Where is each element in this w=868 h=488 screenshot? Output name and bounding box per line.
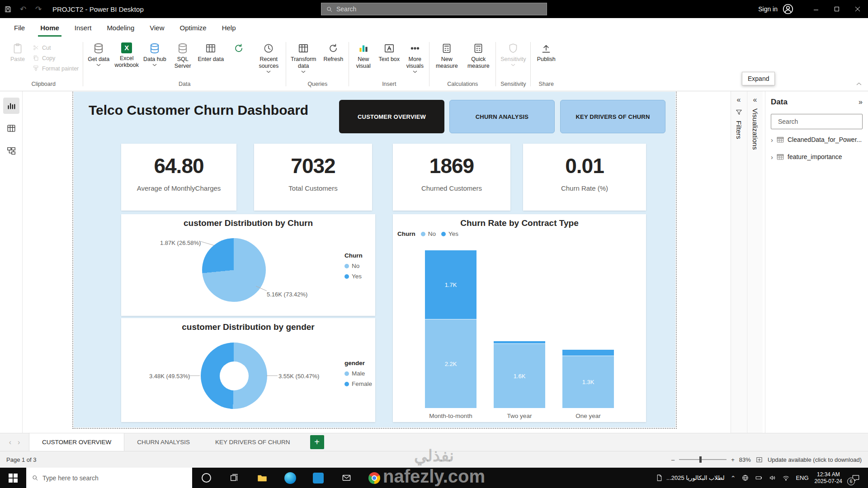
more-visuals-icon xyxy=(409,42,421,54)
battery-icon[interactable] xyxy=(755,474,763,482)
zoom-out-button[interactable]: – xyxy=(671,456,675,463)
kpi-card-monthly-charges[interactable]: 64.80 Average of MonthlyCharges xyxy=(121,144,236,211)
gender-donut-chart[interactable] xyxy=(201,343,267,409)
quick-measure-button[interactable]: Quick measure xyxy=(462,41,494,71)
recent-sources-button[interactable]: Recent sources xyxy=(253,41,284,75)
page-tab-churn-analysis[interactable]: CHURN ANALYSIS xyxy=(124,433,203,451)
bar-column-two-year[interactable]: 1.6K xyxy=(494,341,545,408)
kpi-card-churn-rate[interactable]: 0.01 Churn Rate (%) xyxy=(523,144,646,211)
taskbar-search[interactable] xyxy=(26,468,192,488)
refresh-button[interactable]: Refresh xyxy=(319,41,347,65)
menu-view[interactable]: View xyxy=(142,18,172,38)
speaker-icon[interactable] xyxy=(769,474,776,482)
fit-to-page-icon[interactable] xyxy=(755,456,763,464)
excel-workbook-button[interactable]: XExcel workbook xyxy=(113,41,141,70)
more-visuals-button[interactable]: More visuals xyxy=(402,41,428,75)
data-search-input[interactable] xyxy=(778,118,860,125)
sensitivity-button[interactable]: Sensitivity xyxy=(497,41,529,68)
language-indicator[interactable]: ENG xyxy=(796,474,808,481)
kpi-card-churned-customers[interactable]: 1869 Churned Customers xyxy=(393,144,510,211)
churn-pie-chart[interactable] xyxy=(202,238,266,302)
table-item-cleaneddata[interactable]: › CleanedData_for_Power... xyxy=(771,133,863,146)
format-painter-button[interactable]: Format painter xyxy=(33,65,79,72)
contract-bar-card[interactable]: Churn Rate by Contract Type Churn No Yes… xyxy=(393,214,646,422)
zoom-in-button[interactable]: + xyxy=(731,456,735,463)
model-view-button[interactable] xyxy=(3,143,19,159)
new-measure-button[interactable]: New measure xyxy=(431,41,462,71)
menu-insert[interactable]: Insert xyxy=(67,18,99,38)
taskbar-search-input[interactable] xyxy=(42,474,187,482)
menu-help[interactable]: Help xyxy=(214,18,244,38)
chart-title: customer Distribution by Churn xyxy=(121,218,375,228)
mail-icon[interactable] xyxy=(332,468,360,488)
menu-file[interactable]: File xyxy=(6,18,33,38)
copy-button[interactable]: Copy xyxy=(33,55,79,61)
bar-column-month-to-month[interactable]: 1.7K2.2K xyxy=(425,250,476,408)
nav-button-churn-analysis[interactable]: CHURN ANALYSIS xyxy=(449,100,555,133)
menu-optimize[interactable]: Optimize xyxy=(172,18,214,38)
app-icon-blue[interactable] xyxy=(304,468,332,488)
data-search[interactable] xyxy=(771,114,863,129)
close-button[interactable] xyxy=(847,0,868,18)
nav-button-key-drivers[interactable]: KEY DRIVERS OF CHURN xyxy=(560,100,665,133)
sign-in-button[interactable]: Sign in xyxy=(758,5,778,13)
get-data-button[interactable]: Get data xyxy=(85,41,113,68)
filters-pane-collapsed[interactable]: « Filters xyxy=(731,91,746,433)
new-page-button[interactable]: + xyxy=(310,435,324,449)
edge-icon[interactable] xyxy=(276,468,304,488)
table-view-button[interactable] xyxy=(3,120,19,136)
taskbar-document-button[interactable]: لطلاب البكالوريا 2025... xyxy=(656,474,725,482)
update-link[interactable]: Update available (click to download) xyxy=(768,456,862,463)
visualizations-pane-collapsed[interactable]: « Visualizations xyxy=(747,91,763,433)
page-tab-customer-overview[interactable]: CUSTOMER OVERVIEW xyxy=(29,433,124,451)
clock[interactable]: 12:34 AM 2025-07-24 xyxy=(815,471,842,485)
save-icon[interactable] xyxy=(0,0,15,18)
titlebar-search[interactable] xyxy=(321,3,547,15)
expand-visualizations-icon[interactable]: « xyxy=(753,96,757,104)
task-view-icon[interactable] xyxy=(220,468,248,488)
chrome-icon[interactable] xyxy=(360,468,388,488)
dataverse-button[interactable] xyxy=(225,41,253,58)
zoom-slider-handle[interactable] xyxy=(699,456,702,463)
start-button[interactable] xyxy=(0,468,26,488)
kpi-card-total-customers[interactable]: 7032 Total Customers xyxy=(254,144,372,211)
menu-modeling[interactable]: Modeling xyxy=(99,18,142,38)
chevron-right-icon[interactable]: › xyxy=(771,136,773,144)
network-icon[interactable] xyxy=(741,474,749,482)
report-page[interactable]: Telco Customer Churn Dashboard CUSTOMER … xyxy=(74,92,675,427)
hidden-icons-icon[interactable]: ⌃ xyxy=(731,474,736,482)
data-hub-button[interactable]: Data hub xyxy=(141,41,169,68)
kpi-value: 64.80 xyxy=(121,154,236,178)
notification-icon[interactable]: 6 xyxy=(848,471,863,485)
collapse-data-pane-icon[interactable]: » xyxy=(859,98,863,106)
titlebar-search-input[interactable] xyxy=(336,5,542,13)
zoom-slider[interactable] xyxy=(679,459,726,460)
gender-donut-card[interactable]: customer Distribution by gender 3.48K (4… xyxy=(121,318,375,422)
cortana-icon[interactable] xyxy=(192,468,220,488)
next-page-arrow[interactable]: › xyxy=(18,438,20,446)
publish-button[interactable]: Publish xyxy=(532,41,560,65)
menu-home[interactable]: Home xyxy=(33,18,67,38)
cut-button[interactable]: Cut xyxy=(33,44,79,51)
new-visual-button[interactable]: New visual xyxy=(350,41,376,71)
expand-filters-icon[interactable]: « xyxy=(737,96,741,104)
transform-data-button[interactable]: Transform data xyxy=(288,41,319,75)
wifi-icon[interactable] xyxy=(782,474,790,482)
report-view-button[interactable] xyxy=(3,98,19,114)
churn-pie-card[interactable]: customer Distribution by Churn 1.87K (26… xyxy=(121,214,375,316)
minimize-button[interactable] xyxy=(806,0,826,18)
nav-button-customer-overview[interactable]: CUSTOMER OVERVIEW xyxy=(339,100,444,133)
maximize-button[interactable] xyxy=(826,0,847,18)
bar-column-one-year[interactable]: 1.3K xyxy=(562,350,614,408)
file-explorer-icon[interactable] xyxy=(248,468,276,488)
collapse-ribbon-icon[interactable] xyxy=(856,79,862,87)
account-avatar-icon[interactable] xyxy=(782,3,794,15)
enter-data-button[interactable]: Enter data xyxy=(197,41,225,65)
sql-server-button[interactable]: SQL Server xyxy=(169,41,197,71)
text-box-button[interactable]: Text box xyxy=(376,41,402,65)
paste-button[interactable]: Paste xyxy=(5,41,30,65)
chevron-right-icon[interactable]: › xyxy=(771,153,773,161)
table-item-feature-importance[interactable]: › feature_importance xyxy=(771,150,863,164)
page-tab-key-drivers[interactable]: KEY DRIVERS OF CHURN xyxy=(203,433,303,451)
prev-page-arrow[interactable]: ‹ xyxy=(9,438,11,446)
